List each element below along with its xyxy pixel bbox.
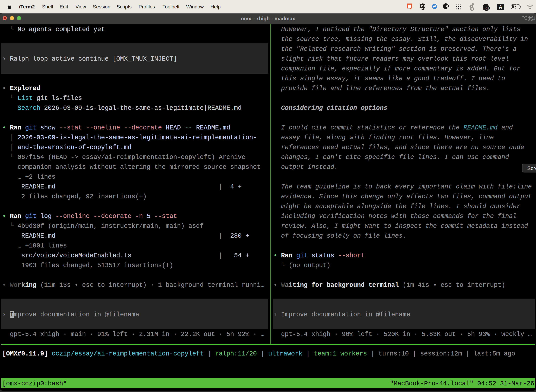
- svg-text:..61: ..61: [483, 6, 489, 10]
- svg-text:1: 1: [533, 16, 536, 21]
